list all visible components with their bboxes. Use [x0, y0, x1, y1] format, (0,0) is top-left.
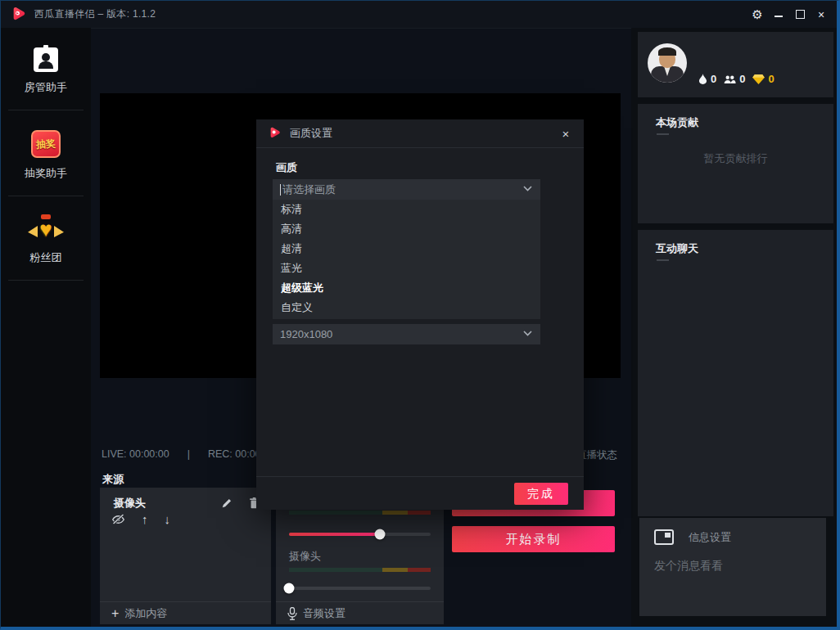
source-panel-title: 来源	[102, 472, 124, 487]
sidebar-item-lottery[interactable]: 抽奖 抽奖助手	[8, 110, 84, 196]
move-down-icon[interactable]: ↓	[165, 512, 171, 526]
resolution-select[interactable]: 1920x1080	[273, 324, 540, 344]
source-panel: 摄像头 ↑ ↓ + 添加内容	[100, 488, 271, 624]
mic-slider-thumb[interactable]	[374, 529, 385, 540]
start-record-button[interactable]: 开始录制	[452, 526, 615, 552]
minimize-button[interactable]	[768, 1, 789, 28]
camera-volume-meter	[289, 568, 431, 572]
right-sidebar: 0 0 0 本场贡献	[631, 28, 837, 627]
chat-card: 互动聊天	[638, 230, 833, 516]
viewers-icon	[724, 74, 736, 84]
chevron-down-icon	[523, 331, 532, 336]
sidebar-item-fan-club[interactable]: ♥ 粉丝团	[8, 196, 84, 281]
source-item-camera[interactable]: 摄像头	[114, 496, 146, 511]
settings-gear-icon[interactable]: ⚙	[747, 1, 768, 28]
quality-option-highlighted[interactable]: 超级蓝光	[273, 278, 540, 298]
edit-pencil-icon[interactable]	[221, 497, 233, 509]
app-title: 西瓜直播伴侣 – 版本: 1.1.2	[34, 7, 156, 21]
visibility-off-eye-icon[interactable]	[111, 514, 125, 525]
title-underline	[657, 259, 669, 261]
quality-option[interactable]: 蓝光	[273, 259, 540, 278]
sidebar-item-label: 抽奖助手	[8, 166, 84, 181]
plus-icon: +	[111, 606, 119, 621]
live-timer: LIVE: 00:00:00	[102, 448, 169, 460]
mic-volume-slider[interactable]	[289, 533, 431, 536]
modal-footer: 完成	[256, 476, 584, 510]
quality-select[interactable]: 请选择画质	[273, 179, 540, 200]
contribution-card: 本场贡献 暂无贡献排行	[638, 104, 833, 223]
minimize-icon	[775, 16, 783, 17]
message-settings-label: 信息设置	[689, 530, 731, 545]
modal-title: 画质设置	[290, 126, 332, 141]
resolution-select-value: 1920x1080	[280, 328, 332, 340]
mic-volume-meter	[289, 511, 431, 515]
app-window: 西瓜直播伴侣 – 版本: 1.1.2 ⚙ × 房管助手 抽奖 抽奖助手 ♥ 粉丝…	[0, 0, 840, 630]
done-button[interactable]: 完成	[514, 483, 568, 505]
quality-option[interactable]: 超清	[273, 239, 540, 259]
drop-icon	[698, 74, 707, 84]
contribution-title: 本场贡献	[656, 115, 698, 130]
message-card: 信息设置 发个消息看看	[639, 518, 826, 616]
stream-stats: 0 0 0	[698, 73, 775, 85]
profile-card: 0 0 0	[638, 32, 833, 97]
quality-option[interactable]: 自定义	[273, 298, 540, 317]
text-cursor	[280, 184, 281, 196]
left-sidebar: 房管助手 抽奖 抽奖助手 ♥ 粉丝团	[1, 28, 91, 627]
camera-volume-slider[interactable]	[289, 587, 431, 590]
title-underline	[657, 133, 669, 135]
microphone-icon	[287, 607, 297, 620]
diamond-icon	[752, 74, 765, 84]
viewers-stat: 0	[724, 73, 745, 85]
quality-options-list: 标清 高清 超清 蓝光 超级蓝光 自定义	[273, 200, 540, 319]
modal-header: 画质设置 ×	[256, 119, 584, 148]
maximize-button[interactable]	[789, 1, 811, 28]
chat-title: 互动聊天	[656, 241, 698, 256]
maximize-icon	[796, 10, 805, 19]
quality-settings-modal: 画质设置 × 画质 请选择画质 标清 高清 超清 蓝光 超级蓝光 自定义 192…	[256, 119, 584, 510]
camera-volume-label: 摄像头	[289, 549, 321, 564]
timer-separator: |	[187, 448, 190, 460]
id-card-icon	[34, 47, 58, 72]
titlebar: 西瓜直播伴侣 – 版本: 1.1.2 ⚙ ×	[1, 1, 837, 29]
audio-settings-label: 音频设置	[303, 606, 345, 621]
message-input[interactable]: 发个消息看看	[654, 559, 723, 574]
modal-logo-icon	[267, 126, 282, 141]
modal-close-button[interactable]: ×	[554, 119, 577, 147]
sidebar-item-label: 粉丝团	[8, 250, 84, 265]
message-settings-button[interactable]: 信息设置	[654, 529, 731, 545]
add-content-button[interactable]: + 添加内容	[100, 601, 271, 624]
message-settings-icon	[654, 529, 674, 545]
app-logo-icon	[9, 6, 27, 24]
camera-slider-thumb[interactable]	[284, 583, 295, 594]
quality-option[interactable]: 高清	[273, 219, 540, 239]
window-controls: ⚙ ×	[747, 1, 832, 28]
add-content-label: 添加内容	[124, 606, 167, 621]
quality-select-value: 请选择画质	[282, 182, 336, 197]
contribution-empty-text: 暂无贡献排行	[638, 151, 833, 166]
lottery-icon: 抽奖	[31, 130, 61, 158]
fan-club-heart-icon: ♥	[28, 216, 64, 242]
drop-stat: 0	[698, 73, 716, 85]
avatar[interactable]	[648, 43, 687, 83]
move-up-icon[interactable]: ↑	[142, 512, 148, 526]
chevron-down-icon	[523, 186, 532, 191]
diamond-stat: 0	[752, 73, 774, 85]
quality-section-label: 画质	[276, 160, 297, 175]
quality-option[interactable]: 标清	[273, 200, 540, 219]
sidebar-item-label: 房管助手	[8, 80, 84, 95]
audio-settings-button[interactable]: 音频设置	[276, 601, 444, 624]
close-button[interactable]: ×	[811, 1, 832, 28]
stream-timers: LIVE: 00:00:00 | REC: 00:00:00	[102, 448, 275, 460]
sidebar-item-room-manager[interactable]: 房管助手	[8, 28, 84, 110]
